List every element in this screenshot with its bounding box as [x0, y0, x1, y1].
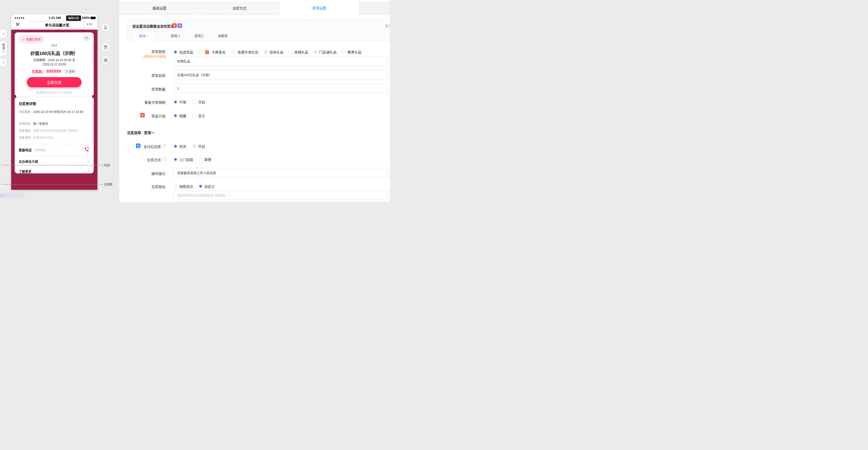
phone-call-icon[interactable] [84, 147, 89, 153]
radio-icon [192, 100, 196, 104]
ticket-notch-right [92, 95, 95, 98]
book-icon [103, 45, 108, 50]
preview-panel: 奖项一 1:21 AM 编辑内容 100% 参与活动赢大奖 [0, 0, 119, 202]
radio-icon [232, 50, 236, 54]
radio-option-store-gift[interactable]: 门店通礼品 [313, 50, 337, 54]
prize-count-input[interactable] [174, 84, 388, 93]
edit-content-badge[interactable]: 编辑内容 [66, 16, 81, 21]
prize-name-input[interactable] [174, 70, 388, 79]
full-screen-guide-line [2, 184, 103, 185]
battery-icon [91, 17, 95, 19]
phone-mockup: 1:21 AM 编辑内容 100% 参与活动赢大奖 ☆ 收藏兑奖券 [11, 14, 97, 190]
coupon-period-line2: 2025.10.17 23:59 [15, 63, 94, 66]
prize-subtype-select[interactable]: 实物礼品 [174, 57, 388, 66]
detail-row-hours: 可用时段 周一至周日 [19, 122, 90, 126]
radio-selected-icon [174, 158, 178, 162]
radio-option-mail[interactable]: 邮寄 [198, 157, 211, 162]
chevron-up-icon [2, 33, 5, 35]
redeem-address-input[interactable] [174, 191, 388, 200]
prize-nav-label: 奖项一 [1, 43, 5, 54]
tab-dispatch-method[interactable]: 派奖方式 [200, 1, 279, 15]
redeem-now-button[interactable]: 立即兑奖 [27, 77, 82, 87]
redeem-address-row: 兑奖地址: 地图选点 自定义 [119, 184, 390, 189]
activity-title-editable[interactable]: 参与活动赢大奖 [30, 21, 85, 28]
code-label: 兑奖码： [32, 69, 45, 74]
gift-icon [204, 49, 210, 55]
prize-nav-current-button[interactable]: 奖项一 [0, 41, 7, 56]
prize-tab-3[interactable]: 奖项三 [187, 30, 211, 41]
radio-icon [192, 114, 196, 118]
redeem-method-label: 兑奖方式: [119, 157, 162, 162]
radio-disabled-icon [192, 144, 196, 148]
grid-apps-icon [103, 58, 108, 63]
divider [19, 156, 90, 156]
swap-sort-icon[interactable] [385, 24, 390, 28]
ticket-notch-left [13, 95, 17, 98]
prize-type-label: 奖项类型: [119, 49, 166, 54]
repeat-limit-label: 重复中奖限制: [119, 100, 166, 105]
radio-option-map-pick[interactable]: 地图选点 [174, 184, 193, 188]
coupon-close-icon[interactable]: ✕ [83, 35, 90, 42]
app-root: 奖项一 1:21 AM 编辑内容 100% 参与活动赢大奖 [0, 0, 390, 202]
radio-disabled-icon [264, 50, 268, 54]
chevron-down-icon [2, 61, 5, 63]
favorite-coupon-button[interactable]: ☆ 收藏兑奖券 [19, 35, 44, 43]
organizer-row[interactable]: 主办单位介绍 [19, 159, 90, 164]
prize-count-label: 奖项数量: [119, 87, 166, 91]
radio-icon [198, 158, 203, 162]
prize-count-row: 奖项数量: [119, 84, 390, 93]
short-screen-label: 短屏 [104, 163, 110, 167]
radio-selected-icon [174, 50, 178, 54]
tab-prize-settings[interactable]: 奖项设置 [279, 1, 359, 15]
radio-option-show[interactable]: 显示 [192, 113, 205, 118]
radio-option-custom[interactable]: 自定义 [198, 184, 215, 188]
radio-option-enable-limit[interactable]: 开启 [192, 100, 205, 104]
radio-icon [174, 184, 178, 188]
more-menu-icon[interactable] [87, 24, 92, 25]
battery-percent: 100% [82, 16, 90, 20]
signal-dots-icon [15, 18, 24, 19]
short-screen-guide-line [2, 165, 103, 165]
copy-code-button[interactable]: 复制 [63, 69, 77, 74]
copy-icon [66, 70, 68, 73]
radio-option-self-select[interactable]: 自选奖品 [174, 50, 193, 54]
ticket-divider [18, 96, 91, 97]
favorite-label: 收藏兑奖券 [26, 37, 41, 41]
coupon-brand: XXX [15, 44, 94, 47]
step-tab-bar: 基础设置 派奖方式 奖项设置 [119, 1, 390, 15]
phone-time: 1:21 AM [43, 16, 66, 20]
prize-tab-1[interactable]: 奖项一 [132, 30, 155, 41]
help-icon[interactable]: ? [163, 157, 166, 161]
radio-option-education-gift[interactable]: 教育礼品 [342, 50, 362, 54]
help-icon[interactable]: ? [163, 144, 166, 148]
radio-option-pickup[interactable]: 上门自取 [174, 157, 193, 162]
radio-icon [198, 50, 203, 54]
gold-version-badge: 金 [172, 23, 177, 28]
close-icon[interactable] [16, 22, 20, 27]
detail-row-notes: 兑奖须知 不填写则不显示 [19, 136, 90, 140]
prize-type-note: (发布后不可修改) [119, 54, 166, 58]
radio-option-hide[interactable]: 隐藏 [174, 113, 186, 118]
radio-option-card-recharge[interactable]: 卡券直充 [198, 50, 225, 54]
radio-option-mall-gift[interactable]: 商城礼品 [288, 50, 308, 54]
radio-option-takeout-redpacket[interactable]: 免费外卖红包 [232, 50, 258, 54]
tab-basic-settings[interactable]: 基础设置 [119, 1, 199, 15]
prize-tab-2[interactable]: 奖项二 [164, 30, 187, 41]
learn-more-row[interactable]: 了解更多 [19, 169, 90, 174]
radio-option-open[interactable]: 开启 [192, 144, 205, 148]
coupon-period-line1: 兑奖期限：2025.10.10 00:00 至 [15, 58, 94, 62]
guide-book-button[interactable] [102, 43, 110, 51]
radio-option-closed[interactable]: 关闭 [174, 144, 186, 148]
operation-tip-input[interactable] [174, 168, 388, 177]
theme-skin-button[interactable] [102, 23, 110, 31]
prize-nav-up-button[interactable] [0, 30, 7, 38]
prize-header-title: 请设置活动需要派发的奖项 [132, 24, 174, 29]
components-grid-button[interactable] [102, 56, 110, 64]
coupon-details-title: 兑奖券详情 [19, 101, 36, 106]
radio-option-unlimited[interactable]: 不限 [174, 100, 186, 104]
tab-bar-filler [359, 1, 390, 15]
tshirt-icon [103, 25, 108, 30]
prize-tab-consolation[interactable]: 安慰奖 [211, 30, 235, 41]
radio-option-own-gift[interactable]: 自有礼品 [264, 50, 283, 54]
prize-nav-down-button[interactable] [0, 58, 7, 66]
